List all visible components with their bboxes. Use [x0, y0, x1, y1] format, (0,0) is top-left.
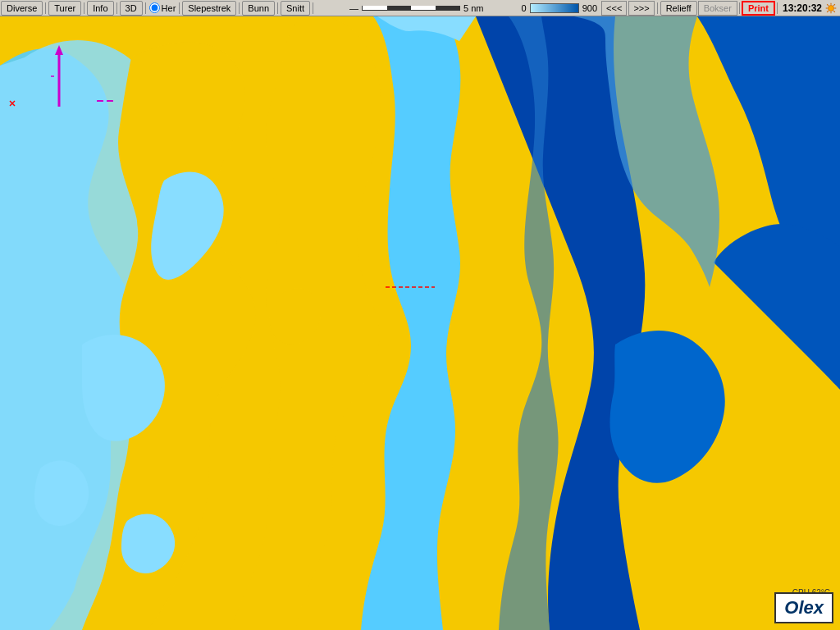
sun-icon [825, 2, 837, 14]
bunn-btn[interactable]: Bunn [242, 1, 275, 16]
svg-line-5 [827, 4, 829, 6]
diverse-btn[interactable]: Diverse [1, 1, 43, 16]
her-radio[interactable]: Her [149, 2, 176, 13]
scale-value: 5 nm [463, 3, 483, 13]
her-radio-input[interactable] [149, 2, 160, 13]
svg-line-7 [833, 4, 835, 6]
turer-btn[interactable]: Turer [48, 1, 81, 16]
scale-line [362, 6, 460, 11]
snitt-btn[interactable]: Snitt [281, 1, 310, 16]
print-btn[interactable]: Print [742, 1, 775, 16]
depth-min: 0 [522, 3, 527, 13]
svg-line-6 [833, 11, 835, 12]
her-label: Her [162, 3, 176, 13]
depth-gradient [530, 3, 579, 13]
bokser-btn[interactable]: Bokser [698, 1, 737, 16]
scale-seg [411, 6, 436, 10]
separator [145, 2, 146, 14]
slepestrek-btn[interactable]: Slepestrek [182, 1, 236, 16]
olex-logo: Olex [774, 592, 833, 623]
depth-bar: 0 900 [522, 3, 597, 13]
map-svg [0, 16, 840, 630]
separator [657, 2, 658, 14]
relief-btn[interactable]: Relieff [660, 1, 697, 16]
separator [777, 2, 778, 14]
3d-btn[interactable]: 3D [120, 1, 143, 16]
separator [277, 2, 278, 14]
depth-max: 900 [582, 3, 597, 13]
scale-bar: — 5 nm [315, 3, 518, 13]
toolbar: Diverse Turer Info 3D Her Slepestrek Bun… [0, 0, 840, 16]
svg-point-0 [829, 5, 834, 11]
svg-line-8 [827, 11, 829, 12]
separator [739, 2, 740, 14]
scale-seg [436, 6, 460, 10]
info-btn[interactable]: Info [87, 1, 113, 16]
scale-label-left: — [349, 3, 358, 13]
separator [84, 2, 84, 14]
separator [45, 2, 46, 14]
nav-back-btn[interactable]: <<< [601, 1, 627, 16]
map-container[interactable]: CPU 62°C Olex [0, 16, 840, 630]
clock: 13:20:32 [783, 2, 822, 14]
separator [239, 2, 240, 14]
separator [116, 2, 117, 14]
separator [313, 2, 313, 14]
scale-seg [363, 6, 387, 10]
nav-fwd-btn[interactable]: >>> [628, 1, 654, 16]
separator [179, 2, 180, 14]
scale-seg [387, 6, 412, 10]
